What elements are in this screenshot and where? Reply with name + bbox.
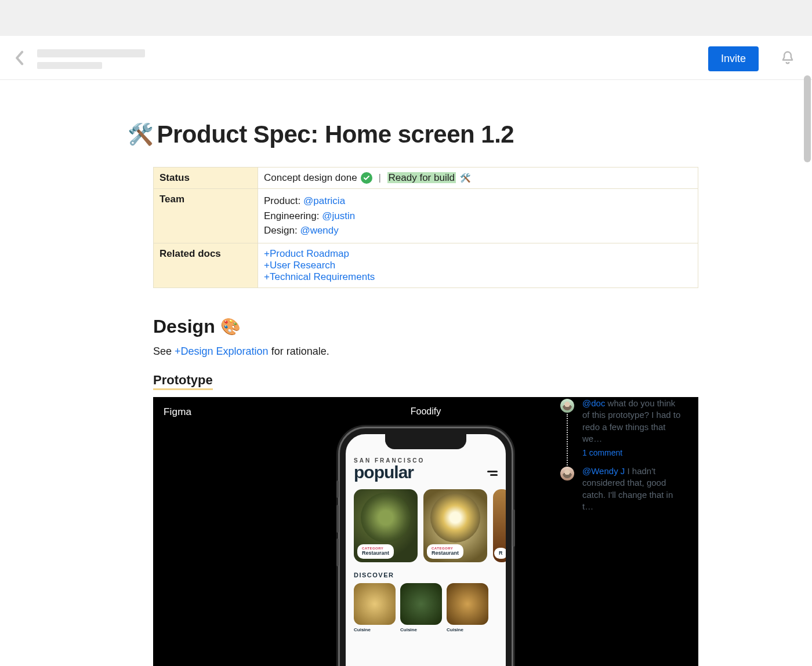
status-header: Status	[154, 168, 258, 189]
cuisine-label: Cuisine	[447, 627, 488, 632]
mention-justin[interactable]: @justin	[322, 210, 355, 221]
team-cell: Product: @patricia Engineering: @justin …	[258, 189, 698, 243]
link-design-exploration[interactable]: Design Exploration	[175, 345, 269, 357]
food-card: CATEGORYRestaurant	[354, 489, 418, 562]
invite-button[interactable]: Invite	[708, 46, 759, 71]
mention-patricia[interactable]: @patricia	[303, 195, 345, 206]
card-label: Restaurant	[362, 550, 389, 556]
discover-row: Cuisine Cuisine Cuisine	[354, 583, 498, 632]
bell-icon	[780, 50, 796, 66]
comment[interactable]: @doc what do you think of this prototype…	[560, 398, 682, 445]
prototype-heading: Prototype	[153, 373, 213, 390]
skeleton-line	[37, 62, 102, 69]
document-body: 🛠️Product Spec: Home screen 1.2 Status C…	[153, 121, 698, 666]
card-label: Restaurant	[432, 550, 459, 556]
team-header: Team	[154, 189, 258, 243]
separator: |	[378, 172, 380, 183]
tools-icon: 🛠️	[460, 173, 471, 183]
metadata-table: Status Concept design done | Ready for b…	[153, 167, 698, 288]
page-title: 🛠️Product Spec: Home screen 1.2	[128, 121, 698, 148]
avatar	[560, 467, 574, 481]
cuisine-label: Cuisine	[400, 627, 442, 632]
back-button[interactable]	[14, 50, 24, 68]
popular-row: CATEGORYRestaurant CATEGORYRestaurant R	[354, 489, 498, 562]
mention-doc[interactable]: @doc	[582, 398, 605, 408]
design-heading-text: Design	[153, 316, 215, 337]
phone-frame: SAN FRANCISCO popular CATEGORYRestaurant	[340, 428, 512, 667]
mention-wendy[interactable]: @wendy	[300, 225, 338, 236]
thread-line	[567, 414, 568, 468]
team-eng-label: Engineering:	[264, 210, 322, 221]
see-prefix: See	[153, 345, 175, 357]
discover-item: Cuisine	[400, 583, 442, 632]
page-title-text: Product Spec: Home screen 1.2	[157, 121, 514, 148]
menu-icon	[487, 471, 498, 476]
app-header: Invite	[0, 36, 812, 80]
tools-icon: 🛠️	[128, 122, 154, 146]
phone-button	[513, 509, 515, 547]
link-user-research[interactable]: User Research	[264, 260, 335, 271]
discover-heading: DISCOVER	[354, 572, 498, 578]
avatar	[560, 399, 574, 413]
link-product-roadmap[interactable]: Product Roadmap	[264, 248, 349, 259]
cuisine-label: Cuisine	[354, 627, 396, 632]
food-card: CATEGORYRestaurant	[423, 489, 487, 562]
design-intro: See Design Exploration for rationale.	[153, 345, 698, 358]
palette-icon: 🎨	[220, 318, 241, 336]
scrollbar-thumb[interactable]	[804, 75, 811, 162]
phone-button	[336, 538, 339, 566]
breadcrumb-skeleton	[37, 49, 145, 69]
team-product-label: Product:	[264, 195, 303, 206]
status-done-text: Concept design done	[264, 172, 357, 184]
notifications-button[interactable]	[780, 50, 796, 68]
top-strip	[0, 0, 812, 36]
team-design-label: Design:	[264, 225, 300, 236]
table-row: Status Concept design done | Ready for b…	[154, 168, 698, 189]
chevron-left-icon	[14, 50, 24, 65]
comment[interactable]: @Wendy J I hadn't considered that, good …	[560, 465, 682, 512]
discover-item: Cuisine	[354, 583, 396, 632]
phone-screen: SAN FRANCISCO popular CATEGORYRestaurant	[346, 434, 506, 667]
design-heading: Design 🎨	[153, 316, 698, 337]
related-header: Related docs	[154, 243, 258, 287]
link-tech-requirements[interactable]: Technical Requirements	[264, 271, 375, 282]
phone-button	[336, 505, 339, 533]
table-row: Related docs Product Roadmap User Resear…	[154, 243, 698, 287]
hero-title: popular	[354, 463, 425, 482]
card-label: R	[499, 550, 503, 556]
food-card: R	[493, 489, 506, 562]
mention-wendy-j[interactable]: @Wendy J	[582, 466, 625, 476]
checkmark-icon	[361, 172, 372, 184]
status-cell: Concept design done | Ready for build 🛠️	[258, 168, 698, 189]
skeleton-line	[37, 49, 145, 57]
status-ready-text: Ready for build	[387, 172, 456, 183]
related-cell: Product Roadmap User Research Technical …	[258, 243, 698, 287]
discover-item: Cuisine	[447, 583, 488, 632]
table-row: Team Product: @patricia Engineering: @ju…	[154, 189, 698, 243]
see-suffix: for rationale.	[269, 345, 329, 357]
phone-button	[336, 481, 339, 498]
comments-sidebar: @doc what do you think of this prototype…	[560, 398, 682, 516]
comment-count[interactable]: 1 comment	[560, 448, 682, 457]
